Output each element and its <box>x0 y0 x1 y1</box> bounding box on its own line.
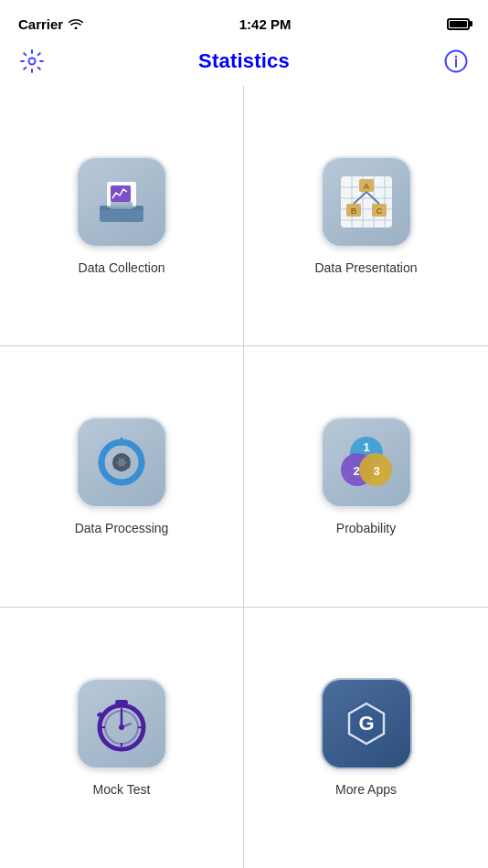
svg-rect-7 <box>111 202 133 209</box>
svg-point-2 <box>455 56 457 58</box>
label-data-processing: Data Processing <box>75 521 169 535</box>
wifi-icon <box>69 16 83 32</box>
icon-data-processing <box>76 417 167 508</box>
status-time: 1:42 PM <box>239 16 292 32</box>
svg-text:2: 2 <box>353 464 359 478</box>
info-button[interactable] <box>442 48 470 75</box>
svg-point-47 <box>119 725 124 730</box>
icon-data-presentation: A B C <box>321 156 412 248</box>
status-right <box>447 18 470 30</box>
grid-item-more-apps[interactable]: G More Apps <box>244 608 488 868</box>
svg-point-31 <box>119 466 124 471</box>
svg-text:B: B <box>350 206 356 216</box>
settings-button[interactable] <box>18 48 46 75</box>
header: Statistics <box>0 40 488 86</box>
label-mock-test: Mock Test <box>93 782 151 797</box>
svg-point-0 <box>29 58 36 65</box>
grid-item-data-processing[interactable]: Data Processing <box>0 346 244 607</box>
svg-rect-43 <box>115 700 128 704</box>
label-data-presentation: Data Presentation <box>314 260 417 275</box>
svg-text:C: C <box>376 206 382 216</box>
svg-text:A: A <box>363 182 369 191</box>
svg-text:3: 3 <box>373 464 379 478</box>
label-more-apps: More Apps <box>335 782 397 797</box>
svg-text:1: 1 <box>363 440 369 454</box>
svg-point-33 <box>113 457 119 462</box>
label-data-collection: Data Collection <box>79 260 165 275</box>
status-left: Carrier <box>18 16 83 32</box>
grid-item-probability[interactable]: 1 2 3 Probability <box>244 346 488 607</box>
icon-data-collection <box>76 156 167 248</box>
svg-point-29 <box>124 457 130 462</box>
svg-point-32 <box>113 463 119 469</box>
battery-fill <box>450 21 467 27</box>
svg-point-28 <box>119 453 124 459</box>
carrier-label: Carrier <box>18 16 63 32</box>
app-grid: Data Collection A B <box>0 86 488 868</box>
battery-icon <box>447 18 470 30</box>
grid-item-data-collection[interactable]: Data Collection <box>0 86 244 346</box>
page-title: Statistics <box>198 49 290 73</box>
grid-item-data-presentation[interactable]: A B C Data Presentation <box>244 86 488 346</box>
svg-point-30 <box>124 463 130 469</box>
grid-item-mock-test[interactable]: Mock Test <box>0 608 244 868</box>
icon-probability: 1 2 3 <box>321 417 412 508</box>
svg-text:G: G <box>358 712 374 735</box>
label-probability: Probability <box>336 521 396 535</box>
icon-mock-test <box>76 678 167 769</box>
icon-more-apps: G <box>321 678 412 769</box>
status-bar: Carrier 1:42 PM <box>0 0 488 40</box>
